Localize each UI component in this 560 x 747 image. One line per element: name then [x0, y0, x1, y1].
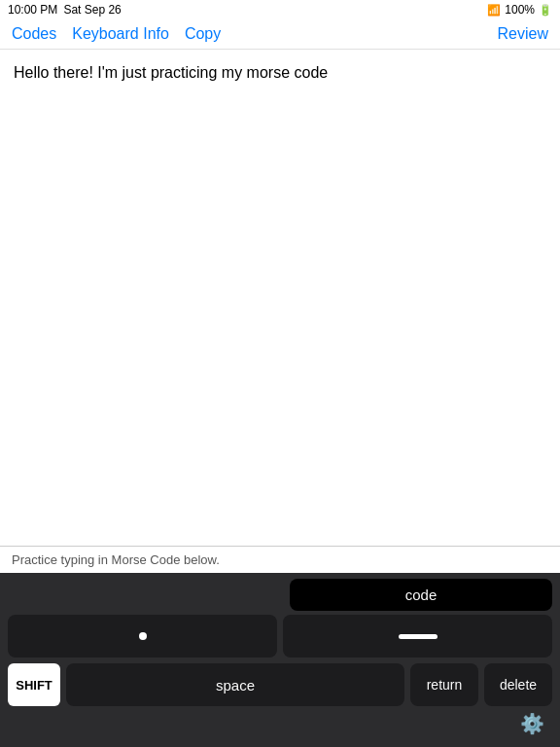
dash-key[interactable] [283, 615, 552, 658]
battery-percent: 100% [505, 3, 535, 17]
copy-link[interactable]: Copy [185, 25, 221, 43]
keyboard-info-link[interactable]: Keyboard Info [72, 25, 169, 43]
content-text: Hello there! I'm just practicing my mors… [14, 61, 546, 85]
wifi-icon: 📶 [487, 4, 501, 17]
dash-line-icon [399, 634, 438, 639]
bottom-area: Practice typing in Morse Code below. cod… [0, 546, 560, 747]
date: Sat Sep 26 [63, 3, 121, 17]
code-display-row: code [8, 579, 552, 611]
nav-bar: Codes Keyboard Info Copy Review [0, 19, 560, 50]
dot-circle-icon [139, 632, 147, 640]
codes-link[interactable]: Codes [12, 25, 56, 43]
main-content: Hello there! I'm just practicing my mors… [0, 50, 560, 588]
nav-left: Codes Keyboard Info Copy [12, 25, 221, 43]
practice-label: Practice typing in Morse Code below. [0, 546, 560, 573]
dot-key[interactable] [8, 615, 277, 658]
space-row: SHIFT space return delete [8, 663, 552, 706]
nav-right: Review [498, 25, 548, 43]
status-right: 📶 100% 🔋 [487, 3, 552, 17]
return-key[interactable]: return [410, 663, 478, 706]
review-link[interactable]: Review [498, 25, 548, 42]
shift-key[interactable]: SHIFT [8, 663, 60, 706]
settings-icon[interactable]: ⚙️ [514, 710, 550, 737]
dot-dash-row [8, 615, 552, 658]
time: 10:00 PM [8, 3, 57, 17]
status-left: 10:00 PM Sat Sep 26 [8, 3, 122, 17]
battery-icon: 🔋 [539, 4, 552, 17]
code-button[interactable]: code [290, 579, 552, 611]
space-key[interactable]: space [66, 663, 404, 706]
delete-key[interactable]: delete [484, 663, 552, 706]
status-bar: 10:00 PM Sat Sep 26 📶 100% 🔋 [0, 0, 560, 19]
settings-row: ⚙️ [8, 706, 552, 739]
practice-label-text: Practice typing in Morse Code below. [12, 552, 220, 567]
keyboard: code SHIFT space return delete ⚙️ [0, 573, 560, 747]
